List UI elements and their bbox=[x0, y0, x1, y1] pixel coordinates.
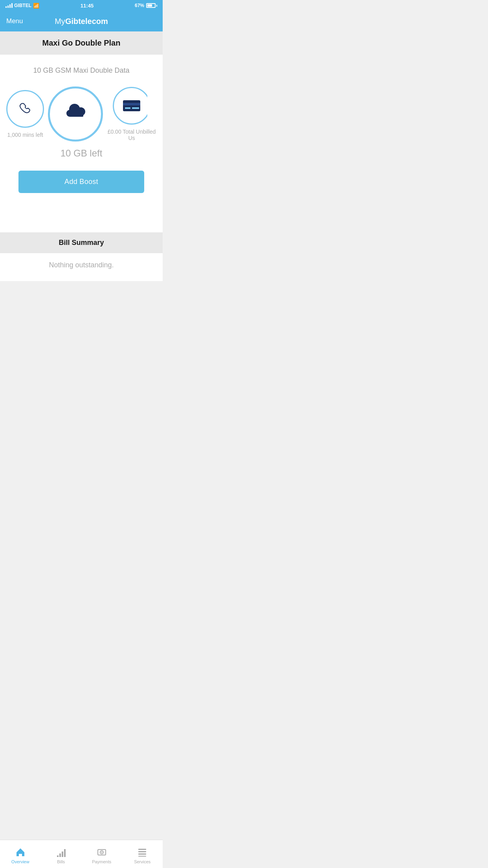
main-content: 10 GB GSM Maxi Double Data 1,000 mins le… bbox=[0, 55, 163, 232]
title-my: My bbox=[55, 17, 65, 26]
card-icon bbox=[122, 98, 141, 114]
data-remaining: 10 GB left bbox=[6, 148, 156, 159]
card-circle bbox=[113, 87, 150, 125]
bill-title: Bill Summary bbox=[6, 239, 156, 247]
status-bar: GIBTEL 📶 11:45 67% bbox=[0, 0, 163, 11]
unbilled-usage-item: £0.00 Total Unbilled Us bbox=[107, 87, 156, 141]
data-usage-item bbox=[44, 86, 107, 142]
status-right: 67% bbox=[135, 3, 157, 8]
app-header: Menu MyGibtelecom bbox=[0, 11, 163, 31]
carrier-label: GIBTEL bbox=[14, 3, 31, 8]
plan-title: Maxi Go Double Plan bbox=[6, 39, 156, 48]
status-left: GIBTEL 📶 bbox=[6, 3, 39, 9]
svg-rect-1 bbox=[123, 100, 140, 111]
title-brand: Gibtelecom bbox=[65, 17, 108, 26]
svg-rect-2 bbox=[123, 103, 140, 105]
minutes-usage-item: 1,000 mins left bbox=[6, 90, 44, 138]
plan-title-section: Maxi Go Double Plan bbox=[0, 31, 163, 55]
bill-summary-header: Bill Summary bbox=[0, 232, 163, 253]
phone-circle bbox=[6, 90, 44, 128]
signal-icon bbox=[6, 3, 13, 8]
battery-icon bbox=[146, 3, 157, 8]
phone-icon bbox=[17, 100, 34, 118]
battery-percent: 67% bbox=[135, 3, 144, 8]
usage-row: 1,000 mins left £0.00 bbox=[6, 86, 156, 142]
time-label: 11:45 bbox=[81, 3, 94, 9]
data-description: 10 GB GSM Maxi Double Data bbox=[6, 66, 156, 75]
wifi-icon: 📶 bbox=[33, 3, 39, 9]
svg-rect-4 bbox=[132, 107, 139, 109]
unbilled-caption: £0.00 Total Unbilled Us bbox=[107, 129, 156, 141]
bill-content: Nothing outstanding. bbox=[0, 253, 163, 281]
minutes-caption: 1,000 mins left bbox=[7, 132, 43, 138]
app-title: MyGibtelecom bbox=[55, 17, 108, 26]
bill-status: Nothing outstanding. bbox=[6, 261, 156, 269]
cloud-download-icon bbox=[60, 100, 91, 128]
add-boost-button[interactable]: Add Boost bbox=[18, 171, 144, 193]
svg-rect-3 bbox=[125, 107, 130, 109]
menu-button[interactable]: Menu bbox=[6, 17, 23, 25]
cloud-circle bbox=[48, 86, 103, 142]
